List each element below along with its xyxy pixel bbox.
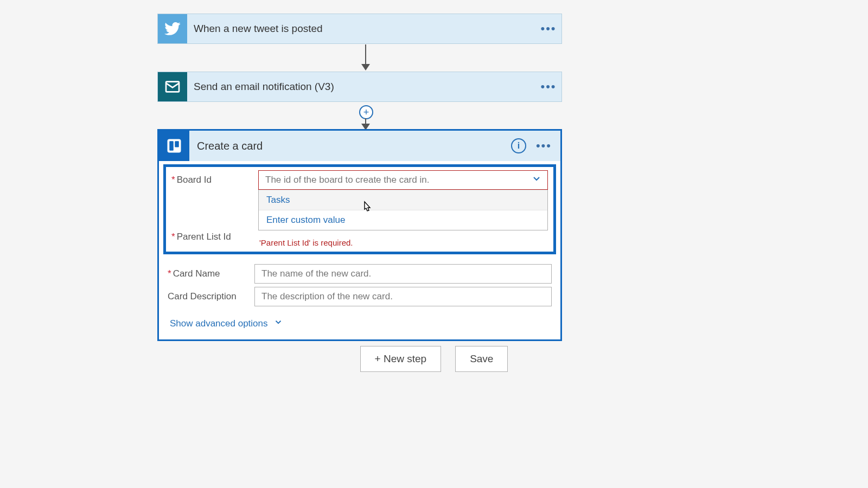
board-id-dropdown-list: Tasks Enter custom value (258, 190, 548, 230)
twitter-icon (158, 14, 187, 43)
dropdown-option-custom[interactable]: Enter custom value (259, 210, 547, 230)
card-name-input[interactable]: The name of the new card. (254, 264, 552, 284)
field-label-board-id: *Board Id (171, 170, 258, 185)
action-step-trello-create-card: Create a card i ••• *Board Id The id of … (157, 129, 562, 341)
add-step-plus-icon[interactable]: + (359, 105, 373, 119)
info-icon[interactable]: i (511, 138, 526, 153)
card-name-placeholder: The name of the new card. (261, 268, 371, 279)
step-more-menu[interactable]: ••• (535, 80, 561, 94)
board-id-dropdown[interactable]: The id of the board to create the card i… (258, 170, 548, 190)
svg-rect-7 (175, 141, 179, 147)
mail-icon (158, 72, 187, 101)
new-step-button[interactable]: + New step (360, 346, 442, 372)
chevron-down-icon (273, 317, 283, 330)
action-step-email[interactable]: Send an email notification (V3) ••• (157, 72, 562, 102)
svg-marker-1 (361, 64, 370, 70)
expanded-step-header[interactable]: Create a card i ••• (159, 131, 560, 161)
save-button[interactable]: Save (455, 346, 508, 372)
trigger-step-twitter[interactable]: When a new tweet is posted ••• (157, 14, 562, 44)
field-label-card-name: *Card Name (168, 264, 254, 279)
card-description-input[interactable]: The description of the new card. (254, 287, 552, 306)
show-advanced-options-label: Show advanced options (170, 318, 268, 329)
show-advanced-options-link[interactable]: Show advanced options (159, 310, 560, 339)
step-more-menu[interactable]: ••• (536, 139, 552, 153)
svg-rect-6 (169, 141, 174, 151)
connector-arrow (359, 118, 372, 130)
board-id-placeholder: The id of the board to create the card i… (265, 175, 429, 185)
parent-list-validation: 'Parent List Id' is required. (258, 237, 548, 247)
highlighted-fields-region: *Board Id The id of the board to create … (163, 164, 556, 254)
dropdown-option-tasks[interactable]: Tasks (259, 190, 547, 210)
trello-icon (159, 131, 189, 161)
expanded-step-title: Create a card (189, 140, 511, 152)
step-more-menu[interactable]: ••• (535, 22, 561, 36)
trigger-step-title: When a new tweet is posted (187, 23, 535, 35)
field-label-card-description: Card Description (168, 287, 254, 302)
chevron-down-icon (531, 174, 542, 187)
card-description-placeholder: The description of the new card. (261, 291, 393, 302)
action-step-title: Send an email notification (V3) (187, 81, 535, 93)
connector-arrow (359, 44, 372, 70)
